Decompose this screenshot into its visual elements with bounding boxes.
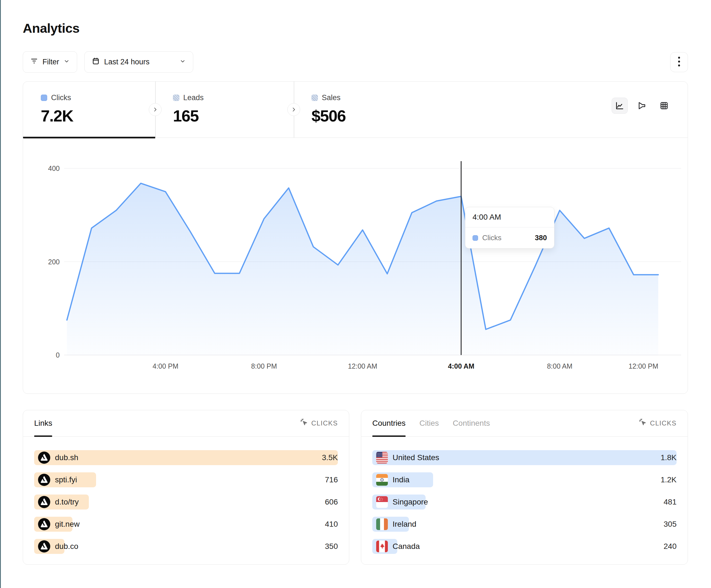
list-item-value: 240 <box>664 542 676 551</box>
tab-leads[interactable]: Leads 165 <box>155 82 294 138</box>
more-options-button[interactable] <box>670 52 688 72</box>
links-panel: Links CLICKS dub.sh3.5Kspti.fyi716d.to/t… <box>23 410 349 565</box>
list-item-value: 481 <box>664 498 676 506</box>
list-item-value: 305 <box>664 520 676 529</box>
svg-text:8:00 AM: 8:00 AM <box>547 362 573 370</box>
analytics-page: Analytics Filter Last 24 hours <box>0 0 711 588</box>
tab-countries[interactable]: Countries <box>372 410 406 436</box>
list-item[interactable]: Canada240 <box>372 539 676 554</box>
list-item-label: dub.co <box>55 542 78 551</box>
tooltip-series-swatch <box>473 235 478 241</box>
date-range-button[interactable]: Last 24 hours <box>84 51 193 73</box>
tooltip-series-label: Clicks <box>482 233 501 242</box>
svg-text:400: 400 <box>48 164 60 172</box>
tab-clicks[interactable]: Clicks 7.2K <box>23 82 155 138</box>
tab-links[interactable]: Links <box>34 410 52 436</box>
clicks-legend-swatch <box>41 95 47 101</box>
clicks-chart[interactable]: 02004004:00 PM8:00 PM12:00 AM4:00 AM8:00… <box>23 138 688 394</box>
sales-legend-swatch <box>311 95 318 101</box>
list-item-value: 606 <box>325 498 338 506</box>
dub-logo-icon <box>38 540 50 552</box>
breakdown-panels: Links CLICKS dub.sh3.5Kspti.fyi716d.to/t… <box>23 410 688 565</box>
filter-button[interactable]: Filter <box>23 51 77 73</box>
countries-metric-selector[interactable]: CLICKS <box>639 418 676 428</box>
calendar-icon <box>92 57 100 67</box>
ca-flag-icon <box>376 541 388 552</box>
table-view-toggle[interactable] <box>656 98 672 114</box>
clicks-label: Clicks <box>51 93 71 102</box>
analytics-card: Clicks 7.2K Leads 165 Sales $506 <box>23 81 688 394</box>
cursor-click-icon <box>639 418 647 428</box>
list-item-label: spti.fyi <box>55 475 77 484</box>
expand-leads-button[interactable] <box>287 103 300 116</box>
line-chart-toggle[interactable] <box>611 98 628 114</box>
list-item-label: India <box>392 475 409 484</box>
metric-tabs: Clicks 7.2K Leads 165 Sales $506 <box>23 82 688 138</box>
value-bar <box>34 450 338 465</box>
svg-text:200: 200 <box>48 258 60 266</box>
list-item[interactable]: git.new410 <box>34 517 338 532</box>
list-item-label: git.new <box>55 520 80 529</box>
list-item-label: Canada <box>392 542 420 551</box>
list-item[interactable]: dub.sh3.5K <box>34 450 338 465</box>
list-item-label: Ireland <box>392 520 416 529</box>
in-flag-icon <box>376 474 388 485</box>
chevron-down-icon <box>180 58 186 66</box>
page-title: Analytics <box>23 21 80 36</box>
list-item[interactable]: d.to/try606 <box>34 495 338 510</box>
links-metric-label: CLICKS <box>311 420 338 427</box>
list-item-value: 716 <box>325 475 338 484</box>
clicks-value: 7.2K <box>41 107 155 125</box>
dub-logo-icon <box>38 496 50 508</box>
chart-tooltip: 4:00 AM Clicks 380 <box>465 207 555 249</box>
list-item-value: 3.5K <box>322 453 338 462</box>
links-metric-selector[interactable]: CLICKS <box>300 418 338 428</box>
us-flag-icon <box>376 452 388 463</box>
leads-label: Leads <box>183 93 204 102</box>
tooltip-value: 380 <box>535 233 547 242</box>
chevron-right-icon <box>291 107 297 112</box>
list-item-value: 350 <box>325 542 338 551</box>
list-item[interactable]: Singapore481 <box>372 495 676 510</box>
list-item[interactable]: India1.2K <box>372 472 676 487</box>
list-item-value: 1.2K <box>661 475 676 484</box>
funnel-icon <box>637 101 647 110</box>
chart-type-toggles <box>611 98 672 114</box>
leads-value: 165 <box>173 107 294 125</box>
svg-text:4:00 AM: 4:00 AM <box>448 362 474 370</box>
tab-continents[interactable]: Continents <box>453 410 490 436</box>
tab-cities[interactable]: Cities <box>419 410 439 436</box>
tooltip-time: 4:00 AM <box>465 207 554 227</box>
grid-icon <box>659 101 669 110</box>
list-item[interactable]: spti.fyi716 <box>34 472 338 487</box>
list-item-label: United States <box>392 453 439 462</box>
list-item-value: 410 <box>325 520 338 529</box>
list-item-label: d.to/try <box>55 498 79 506</box>
line-chart-icon <box>615 101 624 110</box>
svg-text:0: 0 <box>56 351 60 359</box>
list-item[interactable]: Ireland305 <box>372 517 676 532</box>
dub-logo-icon <box>38 474 50 486</box>
list-item-value: 1.8K <box>661 453 676 462</box>
toolbar: Filter Last 24 hours <box>23 51 688 73</box>
date-range-label: Last 24 hours <box>104 58 150 66</box>
list-item[interactable]: dub.co350 <box>34 539 338 554</box>
list-item[interactable]: United States1.8K <box>372 450 676 465</box>
svg-text:4:00 PM: 4:00 PM <box>152 362 178 370</box>
leads-legend-swatch <box>173 95 179 101</box>
filter-label: Filter <box>42 58 59 66</box>
window-edge <box>0 0 1 588</box>
chevron-right-icon <box>152 107 158 112</box>
funnel-chart-toggle[interactable] <box>634 98 650 114</box>
ie-flag-icon <box>376 518 388 530</box>
svg-text:12:00 AM: 12:00 AM <box>348 362 377 370</box>
expand-clicks-button[interactable] <box>149 103 161 116</box>
tab-sales[interactable]: Sales $506 <box>294 82 433 138</box>
dub-logo-icon <box>38 452 50 464</box>
filter-icon <box>30 57 38 67</box>
list-item-label: dub.sh <box>55 453 78 462</box>
sales-label: Sales <box>322 93 341 102</box>
sg-flag-icon <box>376 496 388 508</box>
countries-panel: Countries Cities Continents CLICKS Unite… <box>361 410 688 565</box>
countries-metric-label: CLICKS <box>650 420 676 427</box>
